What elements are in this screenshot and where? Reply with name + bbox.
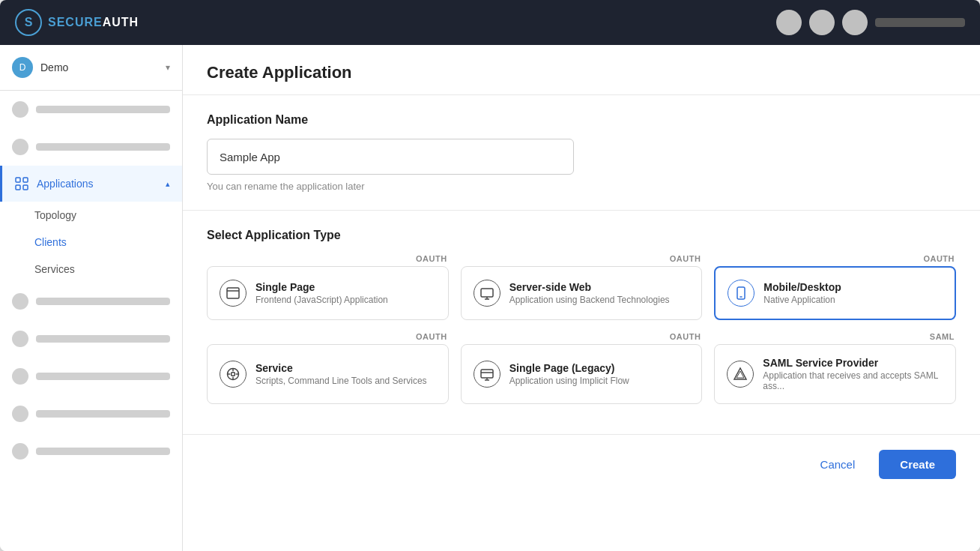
page-title: Create Application (207, 63, 956, 82)
app-type-label: Select Application Type (207, 229, 956, 242)
service-title: Service (255, 362, 427, 374)
mobile-desktop-desc: Native Application (763, 295, 841, 305)
tenant-selector[interactable]: D Demo ▾ (0, 45, 182, 91)
sidebar-placeholder-1 (0, 91, 182, 128)
service-desc: Scripts, Command Line Tools and Services (255, 376, 427, 386)
server-side-icon (474, 280, 500, 307)
sidebar-dot-2 (12, 139, 28, 155)
footer-actions: Cancel Create (183, 435, 980, 494)
mobile-desktop-title: Mobile/Desktop (763, 281, 841, 293)
badge-single-page-legacy: OAUTH (461, 332, 703, 341)
server-side-text: Server-side Web Application using Backen… (509, 281, 670, 305)
mobile-desktop-text: Mobile/Desktop Native Application (763, 281, 841, 305)
sidebar-bar-5 (36, 373, 170, 380)
tenant-name: Demo (40, 61, 158, 73)
server-side-desc: Application using Backend Technologies (509, 295, 670, 305)
app-name-hint: You can rename the application later (207, 181, 956, 192)
sidebar-bar-3 (36, 298, 170, 305)
app-name-section: Application Name You can rename the appl… (183, 95, 980, 211)
single-page-legacy-title: Single Page (Legacy) (509, 362, 629, 374)
app-name-label: Application Name (207, 113, 956, 127)
sidebar-dot-1 (12, 101, 28, 118)
sidebar-placeholder-5 (0, 358, 182, 395)
single-page-text: Single Page Frontend (JavaScript) Applic… (255, 281, 388, 305)
sidebar-dot-3 (12, 293, 28, 310)
logo-brand: SECURE (48, 16, 103, 28)
badge-row-2: OAUTH OAUTH SAML (207, 332, 956, 341)
saml-icon (727, 361, 754, 388)
sidebar-item-clients[interactable]: Clients (0, 229, 182, 256)
sidebar-item-topology[interactable]: Topology (0, 202, 182, 229)
single-page-legacy-text: Single Page (Legacy) Application using I… (509, 362, 629, 386)
sidebar-bar-6 (36, 410, 170, 418)
svg-rect-4 (227, 288, 239, 298)
card-saml[interactable]: SAML Service Provider Application that r… (714, 344, 956, 404)
app-type-cards-row2: Service Scripts, Command Line Tools and … (207, 344, 956, 404)
applications-chevron-icon: ▴ (166, 179, 170, 189)
card-single-page-legacy[interactable]: Single Page (Legacy) Application using I… (461, 344, 703, 404)
svg-rect-17 (481, 370, 493, 378)
service-text: Service Scripts, Command Line Tools and … (255, 362, 427, 386)
create-button[interactable]: Create (879, 450, 956, 479)
badge-mobile-desktop: OAUTH (714, 254, 956, 263)
svg-rect-3 (23, 185, 28, 190)
sidebar-bar-7 (36, 448, 170, 455)
logo-brand2: AUTH (103, 16, 139, 28)
app-type-cards-row1: Single Page Frontend (JavaScript) Applic… (207, 266, 956, 320)
service-icon (220, 361, 246, 388)
cancel-button[interactable]: Cancel (805, 451, 871, 478)
app-window: S SECUREAUTH D Demo ▾ (0, 0, 980, 551)
sidebar-dot-6 (12, 406, 28, 422)
server-side-title: Server-side Web (509, 281, 670, 293)
svg-rect-2 (16, 185, 20, 190)
page-header: Create Application (183, 45, 980, 95)
badge-service: OAUTH (207, 332, 449, 341)
sidebar-placeholder-6 (0, 395, 182, 433)
sidebar-bar-2 (36, 143, 170, 151)
single-page-legacy-icon (474, 361, 500, 388)
main-content-area: Create Application Application Name You … (183, 45, 980, 551)
svg-point-12 (232, 373, 235, 376)
card-single-page[interactable]: Single Page Frontend (JavaScript) Applic… (207, 266, 449, 320)
sidebar-bar-4 (36, 335, 170, 343)
applications-label: Applications (37, 178, 158, 190)
sidebar-placeholder-7 (0, 433, 182, 470)
sidebar-dot-5 (12, 368, 28, 385)
svg-rect-1 (23, 178, 28, 182)
card-service[interactable]: Service Scripts, Command Line Tools and … (207, 344, 449, 404)
sidebar-placeholder-4 (0, 320, 182, 358)
single-page-icon (220, 280, 246, 307)
sidebar: D Demo ▾ (0, 45, 183, 551)
avatar-1 (776, 10, 802, 35)
card-mobile-desktop[interactable]: Mobile/Desktop Native Application (714, 266, 956, 320)
card-server-side[interactable]: Server-side Web Application using Backen… (461, 266, 703, 320)
body: D Demo ▾ (0, 45, 980, 551)
badge-single-page: OAUTH (207, 254, 449, 263)
single-page-legacy-desc: Application using Implicit Flow (509, 376, 629, 386)
svg-rect-6 (481, 289, 493, 297)
svg-rect-0 (16, 178, 20, 182)
sidebar-item-services[interactable]: Services (0, 256, 182, 283)
sidebar-dot-7 (12, 443, 28, 460)
app-type-section: Select Application Type OAUTH OAUTH OAUT… (183, 211, 980, 435)
saml-title: SAML Service Provider (763, 357, 943, 369)
sidebar-dot-4 (12, 331, 28, 347)
single-page-desc: Frontend (JavaScript) Application (255, 295, 388, 305)
logo-icon: S (15, 9, 42, 36)
badge-saml: SAML (714, 332, 956, 341)
logo-text: SECUREAUTH (48, 16, 139, 29)
sidebar-item-applications[interactable]: Applications ▴ (0, 166, 182, 202)
saml-desc: Application that receives and accepts SA… (763, 370, 943, 391)
main-content: Create Application Application Name You … (183, 45, 980, 551)
header-logo-area: S SECUREAUTH (15, 9, 139, 36)
header: S SECUREAUTH (0, 0, 980, 45)
single-page-title: Single Page (255, 281, 388, 293)
header-user-area (776, 10, 965, 35)
saml-text: SAML Service Provider Application that r… (763, 357, 943, 391)
header-user-bar (875, 18, 965, 27)
avatar-2 (809, 10, 835, 35)
applications-icon (14, 176, 29, 191)
sidebar-placeholder-3 (0, 283, 182, 320)
app-name-input[interactable] (207, 139, 574, 175)
tenant-icon: D (12, 57, 33, 78)
